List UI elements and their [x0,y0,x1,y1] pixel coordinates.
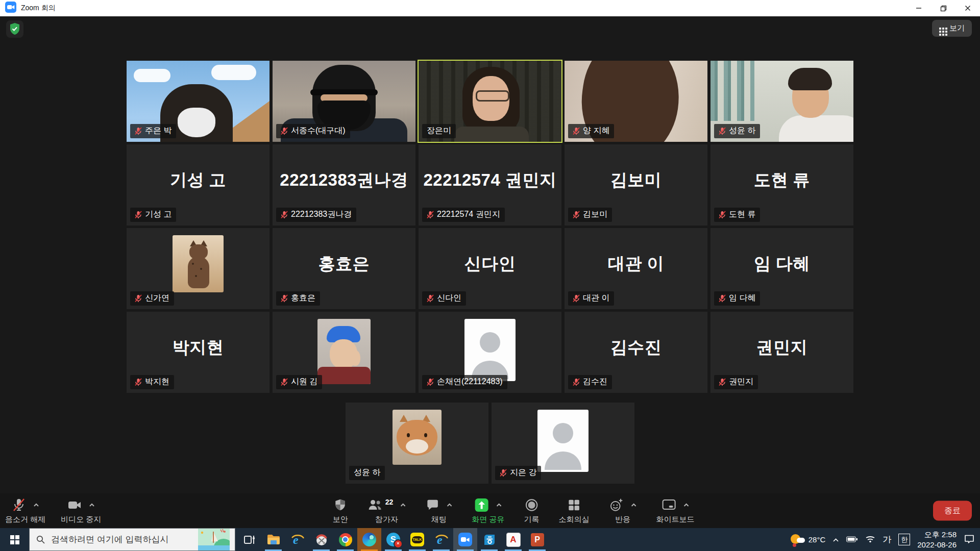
taskbar-clock[interactable]: 오후 2:58 2022-08-26 [917,530,957,549]
chevron-up-icon[interactable] [630,503,636,507]
chevron-up-icon[interactable] [446,503,452,507]
muted-mic-icon [281,378,288,386]
taskbar-app-hancom-icon[interactable] [477,528,501,551]
participant-nameplate: 지은 강 [495,466,541,480]
toolbar-item-chat[interactable]: 채팅 [425,497,452,524]
chevron-up-icon[interactable] [683,503,689,507]
muted-mic-icon [719,211,726,219]
participant-name-label: 장은미 [427,126,451,136]
participant-tile[interactable]: 22212383권나경22212383권나경 [273,144,415,226]
close-button[interactable] [955,0,980,16]
participant-tile[interactable]: 22212574 권민지22212574 권민지 [419,144,561,226]
toolbar-item-participants[interactable]: 22참가자 [368,497,406,524]
battery-icon[interactable] [846,535,858,544]
participant-nameplate: 기성 고 [130,208,176,222]
toolbar-item-reactions[interactable]: 반응 [608,497,636,524]
restore-button[interactable] [931,0,955,16]
participant-tile[interactable]: 신다인신다인 [419,228,561,309]
start-button[interactable] [0,528,29,551]
participant-tile-active-speaker[interactable]: 장은미 [419,61,561,142]
toolbar-item-record[interactable]: 기록 [524,497,539,524]
participant-nameplate: 시원 김 [276,375,322,389]
toolbar-item-share-screen[interactable]: 화면 공유 [472,497,504,524]
taskbar-app-chrome-icon[interactable] [333,528,357,551]
chevron-up-icon[interactable] [89,503,95,507]
view-button[interactable]: 보기 [932,20,972,37]
participant-grid: 주은 박서종수(대구대)장은미양 지혜성윤 하기성 고기성 고22212383권… [0,61,980,484]
participant-tile[interactable]: 홍효은홍효은 [273,228,415,309]
participant-tile[interactable]: 시원 김 [273,312,415,393]
toolbar-item-mic-muted[interactable]: 음소거 해제 [5,497,45,524]
participant-tile[interactable]: 김보미김보미 [565,144,707,226]
chat-icon [425,498,439,512]
participant-tile[interactable]: 박지현박지현 [127,312,270,393]
participant-display-name: 홍효은 [273,252,415,275]
participant-display-name: 임 다혜 [710,252,853,275]
wifi-icon[interactable] [865,535,875,544]
participant-nameplate: 장은미 [422,124,456,138]
taskbar-app-powerpoint-icon[interactable]: P [525,528,549,551]
chevron-up-icon[interactable] [400,503,406,507]
participant-name-label: 성윤 하 [729,126,755,136]
taskbar-app-internet-explorer-2-icon[interactable]: e [429,528,453,551]
participant-tile[interactable]: 주은 박 [127,61,270,142]
participant-tile[interactable]: 성윤 하 [346,403,488,484]
taskbar-app-internet-explorer-icon[interactable]: e [285,528,309,551]
participant-tile[interactable]: 권민지권민지 [710,312,853,393]
minimize-button[interactable] [906,0,931,16]
taskbar-app-zoom-icon[interactable] [453,528,477,551]
taskbar-app-skype-icon[interactable]: S× [381,528,405,551]
participant-tile[interactable]: 서종수(대구대) [273,61,415,142]
toolbar-item-label: 화이트보드 [656,515,694,524]
security-shield-icon[interactable] [6,20,23,38]
tray-expand-chevron-icon[interactable] [832,535,839,544]
action-center-icon[interactable] [964,534,975,545]
search-highlight-illustration[interactable] [198,529,230,550]
participant-tile[interactable]: 대관 이대관 이 [565,228,707,309]
participant-tile[interactable]: 도현 류도현 류 [710,144,853,226]
taskbar-app-file-explorer-icon[interactable] [261,528,285,551]
taskbar-search-input[interactable] [50,534,191,545]
participant-tile[interactable]: 신가연 [127,228,270,309]
toolbar-item-video[interactable]: 비디오 중지 [61,497,101,524]
participant-tile[interactable]: 지은 강 [492,403,634,484]
system-tray: 28°C 가 한 오후 2:58 2022-08-26 [790,528,980,551]
participant-tile[interactable]: 기성 고기성 고 [127,144,270,226]
toolbar-center-group: 보안22참가자채팅화면 공유기록소회의실반응화이트보드 [333,493,695,528]
participant-name-label: 성윤 하 [354,467,380,478]
participant-tile[interactable]: 손채연(22112483) [419,312,561,393]
participant-display-name: 도현 류 [710,168,853,191]
taskbar-app-edge-icon[interactable] [357,528,381,551]
toolbar-item-whiteboard[interactable]: 화이트보드 [656,497,694,524]
ime-mode-indicator[interactable]: 가 [883,534,891,545]
chevron-up-icon[interactable] [33,503,39,507]
participant-tile[interactable]: 김수진김수진 [565,312,707,393]
taskbar-app-task-view-icon[interactable] [237,528,261,551]
weather-widget[interactable]: 28°C [790,533,826,547]
participant-profile-photo [173,235,224,292]
clock-date: 2022-08-26 [917,540,957,550]
breakout-rooms-icon [567,498,581,512]
muted-mic-icon [281,127,288,135]
muted-mic-icon [135,378,142,386]
meeting-toolbar: 음소거 해제비디오 중지 보안22참가자채팅화면 공유기록소회의실반응화이트보드… [0,493,980,528]
leave-meeting-button[interactable]: 종료 [933,501,972,521]
participant-nameplate: 홍효은 [276,291,320,306]
participant-tile[interactable]: 성윤 하 [710,61,853,142]
participant-tile[interactable]: 양 지혜 [565,61,707,142]
chevron-up-icon[interactable] [496,503,502,507]
grid-row: 기성 고기성 고22212383권나경22212383권나경22212574 권… [0,144,980,226]
taskbar-app-capture-tool-icon[interactable] [309,528,333,551]
view-button-label: 보기 [949,23,965,33]
toolbar-left-group: 음소거 해제비디오 중지 [5,493,101,528]
muted-mic-icon [281,294,288,303]
taskbar-app-acrobat-icon[interactable]: A [501,528,525,551]
participant-tile[interactable]: 임 다혜임 다혜 [710,228,853,309]
toolbar-item-shield[interactable]: 보안 [333,497,348,524]
toolbar-item-breakout-rooms[interactable]: 소회의실 [558,497,589,524]
toolbar-item-label: 채팅 [431,515,447,524]
toolbar-item-label: 반응 [615,515,630,524]
taskbar-app-kakaotalk-icon[interactable]: TALK [405,528,429,551]
ime-language-indicator[interactable]: 한 [898,534,910,545]
participant-nameplate: 손채연(22112483) [422,375,507,389]
